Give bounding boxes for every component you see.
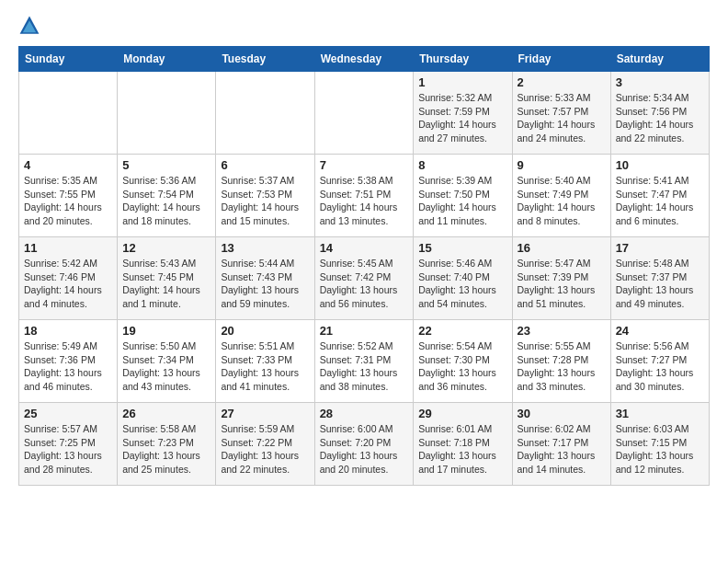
day-number: 4 xyxy=(24,158,112,172)
calendar-week-row: 25Sunrise: 5:57 AM Sunset: 7:25 PM Dayli… xyxy=(19,403,710,486)
calendar-cell: 25Sunrise: 5:57 AM Sunset: 7:25 PM Dayli… xyxy=(19,403,118,486)
day-info: Sunrise: 6:01 AM Sunset: 7:18 PM Dayligh… xyxy=(418,422,506,477)
day-info: Sunrise: 5:50 AM Sunset: 7:34 PM Dayligh… xyxy=(122,339,210,394)
day-info: Sunrise: 5:57 AM Sunset: 7:25 PM Dayligh… xyxy=(24,422,112,477)
weekday-header-thursday: Thursday xyxy=(414,47,512,72)
day-info: Sunrise: 5:39 AM Sunset: 7:50 PM Dayligh… xyxy=(418,174,506,228)
day-info: Sunrise: 5:49 AM Sunset: 7:36 PM Dayligh… xyxy=(24,339,112,394)
calendar-cell: 21Sunrise: 5:52 AM Sunset: 7:31 PM Dayli… xyxy=(314,320,414,403)
calendar-cell: 19Sunrise: 5:50 AM Sunset: 7:34 PM Dayli… xyxy=(118,320,216,403)
day-number: 3 xyxy=(616,75,704,89)
calendar-cell: 23Sunrise: 5:55 AM Sunset: 7:28 PM Dayli… xyxy=(512,320,610,403)
day-number: 26 xyxy=(122,407,210,420)
day-number: 11 xyxy=(24,241,112,255)
calendar-cell xyxy=(314,72,414,155)
calendar-cell xyxy=(19,72,118,155)
day-info: Sunrise: 5:52 AM Sunset: 7:31 PM Dayligh… xyxy=(320,339,409,394)
day-info: Sunrise: 5:38 AM Sunset: 7:51 PM Dayligh… xyxy=(320,174,409,228)
calendar-cell: 22Sunrise: 5:54 AM Sunset: 7:30 PM Dayli… xyxy=(414,320,512,403)
day-info: Sunrise: 5:56 AM Sunset: 7:27 PM Dayligh… xyxy=(616,339,704,394)
calendar-week-row: 4Sunrise: 5:35 AM Sunset: 7:55 PM Daylig… xyxy=(19,155,710,237)
calendar-cell: 5Sunrise: 5:36 AM Sunset: 7:54 PM Daylig… xyxy=(118,155,216,237)
day-number: 5 xyxy=(122,158,210,172)
day-number: 22 xyxy=(418,324,506,338)
calendar-cell: 20Sunrise: 5:51 AM Sunset: 7:33 PM Dayli… xyxy=(216,320,314,403)
day-number: 21 xyxy=(320,324,409,338)
calendar-table: SundayMondayTuesdayWednesdayThursdayFrid… xyxy=(18,46,710,486)
day-number: 12 xyxy=(122,241,210,255)
page-header xyxy=(18,15,710,37)
calendar-cell xyxy=(216,72,314,155)
weekday-header-row: SundayMondayTuesdayWednesdayThursdayFrid… xyxy=(19,47,710,72)
calendar-cell: 15Sunrise: 5:46 AM Sunset: 7:40 PM Dayli… xyxy=(414,237,512,320)
calendar-cell: 2Sunrise: 5:33 AM Sunset: 7:57 PM Daylig… xyxy=(512,72,610,155)
weekday-header-friday: Friday xyxy=(512,47,610,72)
weekday-header-wednesday: Wednesday xyxy=(314,47,414,72)
day-number: 27 xyxy=(221,407,309,420)
day-info: Sunrise: 5:43 AM Sunset: 7:45 PM Dayligh… xyxy=(122,257,210,311)
calendar-cell: 29Sunrise: 6:01 AM Sunset: 7:18 PM Dayli… xyxy=(414,403,512,486)
logo-icon xyxy=(18,15,40,37)
day-number: 31 xyxy=(616,407,704,420)
day-number: 2 xyxy=(518,75,606,89)
calendar-cell: 12Sunrise: 5:43 AM Sunset: 7:45 PM Dayli… xyxy=(118,237,216,320)
day-info: Sunrise: 5:32 AM Sunset: 7:59 PM Dayligh… xyxy=(418,91,506,145)
day-info: Sunrise: 5:33 AM Sunset: 7:57 PM Dayligh… xyxy=(518,91,606,145)
day-number: 23 xyxy=(518,324,606,338)
day-number: 17 xyxy=(616,241,704,255)
day-info: Sunrise: 5:44 AM Sunset: 7:43 PM Dayligh… xyxy=(221,257,309,311)
day-number: 20 xyxy=(221,324,309,338)
day-info: Sunrise: 5:35 AM Sunset: 7:55 PM Dayligh… xyxy=(24,174,112,228)
weekday-header-saturday: Saturday xyxy=(610,47,709,72)
day-number: 6 xyxy=(221,158,309,172)
day-info: Sunrise: 5:34 AM Sunset: 7:56 PM Dayligh… xyxy=(616,91,704,145)
day-info: Sunrise: 5:36 AM Sunset: 7:54 PM Dayligh… xyxy=(122,174,210,228)
day-number: 13 xyxy=(221,241,309,255)
calendar-cell: 9Sunrise: 5:40 AM Sunset: 7:49 PM Daylig… xyxy=(512,155,610,237)
day-info: Sunrise: 5:58 AM Sunset: 7:23 PM Dayligh… xyxy=(122,422,210,477)
calendar-cell: 27Sunrise: 5:59 AM Sunset: 7:22 PM Dayli… xyxy=(216,403,314,486)
day-number: 25 xyxy=(24,407,112,420)
calendar-cell: 26Sunrise: 5:58 AM Sunset: 7:23 PM Dayli… xyxy=(118,403,216,486)
day-info: Sunrise: 5:42 AM Sunset: 7:46 PM Dayligh… xyxy=(24,257,112,311)
day-number: 24 xyxy=(616,324,704,338)
day-info: Sunrise: 5:37 AM Sunset: 7:53 PM Dayligh… xyxy=(221,174,309,228)
day-number: 10 xyxy=(616,158,704,172)
weekday-header-monday: Monday xyxy=(118,47,216,72)
day-number: 19 xyxy=(122,324,210,338)
calendar-cell: 11Sunrise: 5:42 AM Sunset: 7:46 PM Dayli… xyxy=(19,237,118,320)
calendar-cell: 16Sunrise: 5:47 AM Sunset: 7:39 PM Dayli… xyxy=(512,237,610,320)
logo xyxy=(18,15,44,37)
day-info: Sunrise: 5:51 AM Sunset: 7:33 PM Dayligh… xyxy=(221,339,309,394)
calendar-week-row: 11Sunrise: 5:42 AM Sunset: 7:46 PM Dayli… xyxy=(19,237,710,320)
day-info: Sunrise: 6:03 AM Sunset: 7:15 PM Dayligh… xyxy=(616,422,704,477)
calendar-week-row: 18Sunrise: 5:49 AM Sunset: 7:36 PM Dayli… xyxy=(19,320,710,403)
day-number: 16 xyxy=(518,241,606,255)
day-info: Sunrise: 5:46 AM Sunset: 7:40 PM Dayligh… xyxy=(418,257,506,311)
day-info: Sunrise: 5:41 AM Sunset: 7:47 PM Dayligh… xyxy=(616,174,704,228)
weekday-header-sunday: Sunday xyxy=(19,47,118,72)
day-info: Sunrise: 5:59 AM Sunset: 7:22 PM Dayligh… xyxy=(221,422,309,477)
calendar-cell: 10Sunrise: 5:41 AM Sunset: 7:47 PM Dayli… xyxy=(610,155,709,237)
day-info: Sunrise: 6:02 AM Sunset: 7:17 PM Dayligh… xyxy=(518,422,606,477)
weekday-header-tuesday: Tuesday xyxy=(216,47,314,72)
calendar-cell: 1Sunrise: 5:32 AM Sunset: 7:59 PM Daylig… xyxy=(414,72,512,155)
calendar-cell: 13Sunrise: 5:44 AM Sunset: 7:43 PM Dayli… xyxy=(216,237,314,320)
day-number: 1 xyxy=(418,75,506,89)
day-number: 18 xyxy=(24,324,112,338)
calendar-cell: 18Sunrise: 5:49 AM Sunset: 7:36 PM Dayli… xyxy=(19,320,118,403)
day-info: Sunrise: 5:45 AM Sunset: 7:42 PM Dayligh… xyxy=(320,257,409,311)
day-number: 28 xyxy=(320,407,409,420)
calendar-cell: 7Sunrise: 5:38 AM Sunset: 7:51 PM Daylig… xyxy=(314,155,414,237)
day-number: 8 xyxy=(418,158,506,172)
calendar-cell: 30Sunrise: 6:02 AM Sunset: 7:17 PM Dayli… xyxy=(512,403,610,486)
calendar-cell: 8Sunrise: 5:39 AM Sunset: 7:50 PM Daylig… xyxy=(414,155,512,237)
calendar-week-row: 1Sunrise: 5:32 AM Sunset: 7:59 PM Daylig… xyxy=(19,72,710,155)
day-info: Sunrise: 5:47 AM Sunset: 7:39 PM Dayligh… xyxy=(518,257,606,311)
day-info: Sunrise: 5:55 AM Sunset: 7:28 PM Dayligh… xyxy=(518,339,606,394)
day-number: 9 xyxy=(518,158,606,172)
day-info: Sunrise: 5:40 AM Sunset: 7:49 PM Dayligh… xyxy=(518,174,606,228)
calendar-cell: 14Sunrise: 5:45 AM Sunset: 7:42 PM Dayli… xyxy=(314,237,414,320)
day-info: Sunrise: 5:48 AM Sunset: 7:37 PM Dayligh… xyxy=(616,257,704,311)
calendar-cell: 4Sunrise: 5:35 AM Sunset: 7:55 PM Daylig… xyxy=(19,155,118,237)
